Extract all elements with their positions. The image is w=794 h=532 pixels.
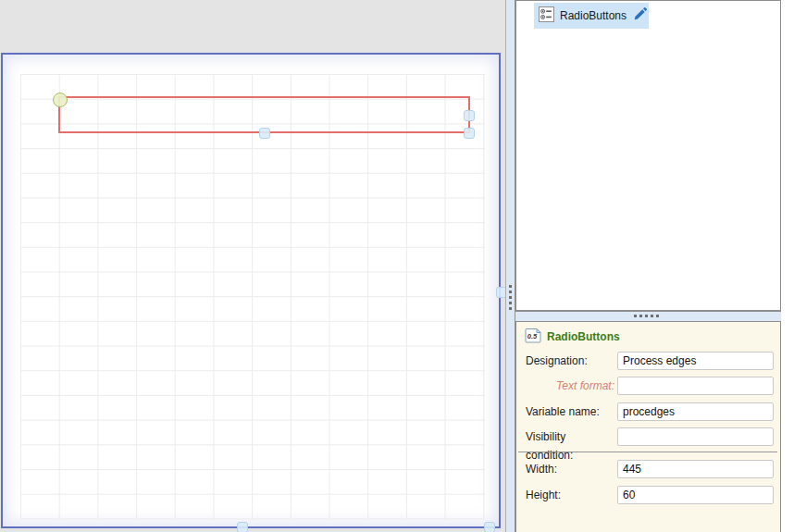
tree-item-label: RadioButtons <box>560 9 627 22</box>
visibility-condition-input[interactable] <box>617 427 774 446</box>
designer-workspace <box>0 0 505 532</box>
svg-text:0.5: 0.5 <box>527 332 538 340</box>
width-label: Width: <box>526 460 614 478</box>
properties-divider <box>518 452 777 452</box>
variable-name-label: Variable name: <box>526 402 614 421</box>
height-input[interactable] <box>617 486 774 504</box>
variable-name-input[interactable] <box>617 402 774 421</box>
field-row-height: Height: <box>516 486 780 504</box>
field-row-designation: Designation: <box>516 352 780 370</box>
radiobuttons-icon <box>539 6 554 25</box>
designation-input[interactable] <box>617 352 774 370</box>
splitter-grip-icon <box>509 285 512 310</box>
vertical-splitter[interactable] <box>505 0 515 532</box>
resize-handle-bottom-center[interactable] <box>259 128 270 139</box>
resize-handle-right-middle[interactable] <box>464 110 475 121</box>
canvas-resize-handle-bottom[interactable] <box>237 522 248 532</box>
width-input[interactable] <box>617 460 774 478</box>
field-row-text-format: Text format: <box>516 377 780 395</box>
field-row-variable-name: Variable name: <box>516 402 780 421</box>
element-tree-panel: RadioButtons <box>515 0 781 311</box>
drag-origin-handle[interactable] <box>53 93 68 107</box>
tree-item-radiobuttons[interactable]: RadioButtons <box>534 3 649 29</box>
canvas-grid <box>20 74 485 520</box>
splitter-grip-icon <box>634 315 659 317</box>
visibility-condition-label: Visibility condition: <box>526 427 614 464</box>
field-row-visibility-condition: Visibility condition: <box>516 427 780 446</box>
field-row-width: Width: <box>516 460 780 478</box>
form-canvas[interactable] <box>1 53 501 528</box>
pencil-icon[interactable] <box>632 7 647 25</box>
properties-title: RadioButtons <box>547 330 620 343</box>
canvas-resize-handle-bottom-right[interactable] <box>484 522 495 532</box>
height-label: Height: <box>526 486 614 504</box>
properties-panel: 0.5 RadioButtons Designation: Text forma… <box>515 322 781 532</box>
text-format-label: Text format: <box>526 377 614 395</box>
resize-handle-bottom-right[interactable] <box>464 128 475 139</box>
horizontal-splitter[interactable] <box>515 311 781 322</box>
designation-label: Designation: <box>526 352 614 370</box>
scale-badge-icon: 0.5 <box>525 328 541 346</box>
text-format-input[interactable] <box>617 377 774 395</box>
